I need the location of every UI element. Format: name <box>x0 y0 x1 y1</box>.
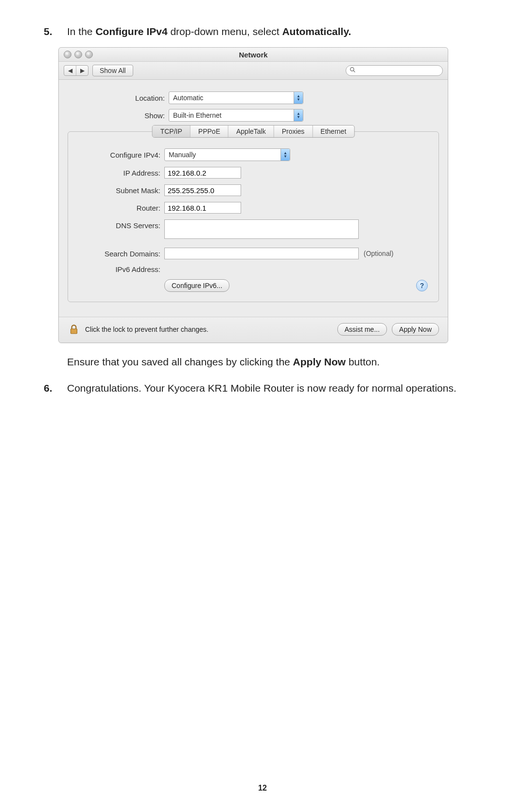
step-6: 6. Congratulations. Your Kyocera KR1 Mob… <box>44 381 481 395</box>
text-bold: Configure IPv4 <box>95 26 167 37</box>
show-row: Show: Built-in Ethernet ▲▼ <box>68 109 439 122</box>
location-row: Location: Automatic ▲▼ <box>68 91 439 104</box>
router-row: Router: <box>79 202 428 214</box>
toolbar: ◀ ▶ Show All <box>59 62 448 80</box>
dns-servers-label: DNS Servers: <box>79 219 164 230</box>
apply-now-button[interactable]: Apply Now <box>392 323 439 336</box>
step-number: 6. <box>44 381 67 395</box>
help-button[interactable]: ? <box>416 280 428 291</box>
ip-address-input[interactable] <box>164 167 241 179</box>
step-body: Congratulations. Your Kyocera KR1 Mobile… <box>67 381 481 395</box>
tab-strip: TCP/IP PPPoE AppleTalk Proxies Ethernet <box>152 125 355 138</box>
back-icon[interactable]: ◀ <box>64 66 76 75</box>
window-footer: Click the lock to prevent further change… <box>59 317 448 343</box>
dns-servers-row: DNS Servers: <box>79 219 428 239</box>
page: 5. In the Configure IPv4 drop-down menu,… <box>0 0 525 812</box>
location-select[interactable]: Automatic ▲▼ <box>169 91 303 104</box>
tab-pppoe[interactable]: PPPoE <box>191 126 228 137</box>
text: In the <box>67 26 95 37</box>
subnet-mask-row: Subnet Mask: <box>79 184 428 196</box>
show-all-button[interactable]: Show All <box>92 65 133 76</box>
search-input[interactable] <box>346 65 443 76</box>
dns-servers-input[interactable] <box>164 219 359 239</box>
configure-ipv6-row: Configure IPv6... ? <box>79 279 428 292</box>
text: Ensure that you saved all changes by cli… <box>67 356 293 367</box>
chevron-updown-icon: ▲▼ <box>294 92 303 104</box>
forward-icon[interactable]: ▶ <box>76 66 88 75</box>
chevron-updown-icon: ▲▼ <box>294 109 303 121</box>
titlebar: Network <box>59 48 448 62</box>
tab-appletalk[interactable]: AppleTalk <box>228 126 274 137</box>
location-value: Automatic <box>169 94 294 102</box>
chevron-updown-icon: ▲▼ <box>280 149 290 161</box>
instruction-list: 5. In the Configure IPv4 drop-down menu,… <box>44 24 481 38</box>
lock-icon[interactable] <box>68 323 80 336</box>
search-icon <box>350 67 356 74</box>
ip-address-label: IP Address: <box>79 169 164 177</box>
svg-point-0 <box>350 68 354 71</box>
tab-ethernet[interactable]: Ethernet <box>313 126 354 137</box>
step-5: 5. In the Configure IPv4 drop-down menu,… <box>44 24 481 38</box>
page-number: 12 <box>0 784 525 793</box>
ipv6-address-label: IPv6 Address: <box>79 265 164 273</box>
pane-body: Location: Automatic ▲▼ Show: Built-in Et… <box>59 80 448 310</box>
search-domains-label: Search Domains: <box>79 250 164 258</box>
close-icon[interactable] <box>64 51 71 58</box>
ipv6-address-row: IPv6 Address: <box>79 265 428 273</box>
instruction-list-2: 6. Congratulations. Your Kyocera KR1 Mob… <box>44 381 481 395</box>
configure-ipv4-row: Configure IPv4: Manually ▲▼ <box>79 148 428 161</box>
traffic-lights <box>59 51 93 58</box>
location-label: Location: <box>68 94 169 102</box>
show-label: Show: <box>68 111 169 120</box>
search-domains-input[interactable] <box>164 248 359 259</box>
configure-ipv4-value: Manually <box>165 151 280 159</box>
svg-line-1 <box>353 71 355 72</box>
search-field-wrap <box>346 65 443 76</box>
zoom-icon[interactable] <box>85 51 93 58</box>
router-input[interactable] <box>164 202 241 214</box>
search-domains-row: Search Domains: (Optional) <box>79 248 428 259</box>
minimize-icon[interactable] <box>74 51 82 58</box>
nav-back-forward[interactable]: ◀ ▶ <box>64 65 88 76</box>
tab-proxies[interactable]: Proxies <box>274 126 313 137</box>
ensure-paragraph: Ensure that you saved all changes by cli… <box>67 355 481 369</box>
text: drop-down menu, select <box>168 26 282 37</box>
step-body: In the Configure IPv4 drop-down menu, se… <box>67 24 481 38</box>
text: button. <box>346 356 380 367</box>
tab-container: TCP/IP PPPoE AppleTalk Proxies Ethernet … <box>68 131 439 302</box>
window-title: Network <box>59 51 448 59</box>
show-select[interactable]: Built-in Ethernet ▲▼ <box>169 109 303 122</box>
subnet-mask-label: Subnet Mask: <box>79 186 164 195</box>
step-number: 5. <box>44 24 67 38</box>
subnet-mask-input[interactable] <box>164 184 241 196</box>
text-bold: Apply Now <box>293 356 346 367</box>
lock-text: Click the lock to prevent further change… <box>85 325 209 333</box>
text-bold: Automatically. <box>282 26 351 37</box>
ip-address-row: IP Address: <box>79 167 428 179</box>
configure-ipv6-button[interactable]: Configure IPv6... <box>164 279 229 292</box>
search-domains-hint: (Optional) <box>364 250 393 257</box>
tab-tcpip[interactable]: TCP/IP <box>153 126 191 137</box>
svg-rect-2 <box>71 329 77 334</box>
assist-me-button[interactable]: Assist me... <box>337 323 387 336</box>
network-window: Network ◀ ▶ Show All Location: Automatic <box>58 47 448 343</box>
show-value: Built-in Ethernet <box>169 111 294 119</box>
configure-ipv4-select[interactable]: Manually ▲▼ <box>164 148 290 161</box>
configure-ipv4-label: Configure IPv4: <box>79 151 164 159</box>
router-label: Router: <box>79 204 164 212</box>
